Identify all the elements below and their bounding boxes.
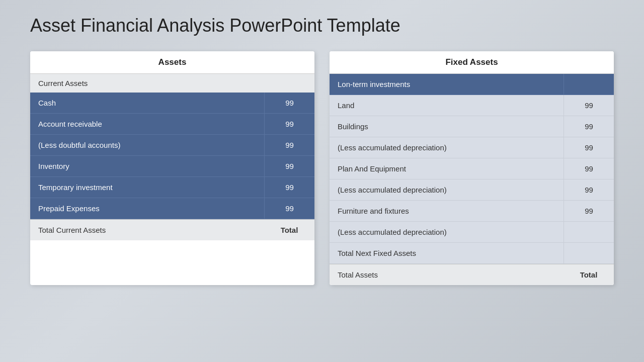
table-row: (Less doubtful accounts) 99 bbox=[30, 135, 314, 156]
tables-container: Assets Current Assets Cash 99 Account re… bbox=[0, 46, 644, 290]
row-label: Lon-term investments bbox=[330, 74, 564, 95]
total-row: Total Assets Total bbox=[330, 264, 614, 285]
table-row: (Less accumulated depreciation) 99 bbox=[330, 179, 614, 201]
total-value: Total bbox=[264, 220, 314, 240]
assets-table: Assets Current Assets Cash 99 Account re… bbox=[30, 51, 314, 285]
table-row: Account receivable 99 bbox=[30, 114, 314, 135]
row-value: 99 bbox=[264, 114, 314, 134]
assets-table-header: Assets bbox=[30, 51, 314, 74]
page-title: Asset Financial Analysis PowerPoint Temp… bbox=[0, 0, 644, 46]
row-value: 99 bbox=[264, 156, 314, 176]
row-value: 99 bbox=[564, 116, 614, 137]
table-row: Prepaid Expenses 99 bbox=[30, 198, 314, 219]
row-label: (Less accumulated depreciation) bbox=[330, 222, 564, 242]
row-value: 99 bbox=[564, 179, 614, 200]
table-row: Inventory 99 bbox=[30, 156, 314, 177]
table-row: (Less accumulated depreciation) 99 bbox=[330, 137, 614, 158]
row-value: 99 bbox=[264, 177, 314, 198]
total-label: Total Assets bbox=[330, 264, 564, 285]
table-row: Temporary investment 99 bbox=[30, 177, 314, 198]
row-label: Land bbox=[330, 95, 564, 116]
row-value: 99 bbox=[564, 95, 614, 116]
row-value: 99 bbox=[264, 135, 314, 155]
row-value: 99 bbox=[264, 198, 314, 219]
row-value bbox=[564, 243, 614, 263]
row-label: (Less accumulated depreciation) bbox=[330, 137, 564, 158]
row-value bbox=[564, 222, 614, 242]
row-value: 99 bbox=[564, 158, 614, 179]
current-assets-section-label: Current Assets bbox=[30, 74, 314, 93]
row-value: 99 bbox=[564, 201, 614, 221]
total-row: Total Current Assets Total bbox=[30, 219, 314, 240]
table-row: (Less accumulated depreciation) bbox=[330, 222, 614, 243]
table-row: Lon-term investments bbox=[330, 74, 614, 95]
row-label: Cash bbox=[30, 93, 264, 113]
row-label: Prepaid Expenses bbox=[30, 198, 264, 219]
row-label: Furniture and fixtures bbox=[330, 201, 564, 221]
table-row: Buildings 99 bbox=[330, 116, 614, 137]
table-row: Land 99 bbox=[330, 95, 614, 116]
row-label: Buildings bbox=[330, 116, 564, 137]
total-label: Total Current Assets bbox=[30, 220, 264, 240]
fixed-assets-table-header: Fixed Assets bbox=[330, 51, 614, 74]
row-label: Account receivable bbox=[30, 114, 264, 134]
row-label: Plan And Equipment bbox=[330, 158, 564, 179]
table-row: Total Next Fixed Assets bbox=[330, 243, 614, 264]
row-label: Temporary investment bbox=[30, 177, 264, 198]
row-value: 99 bbox=[564, 137, 614, 158]
table-row: Plan And Equipment 99 bbox=[330, 158, 614, 179]
row-label: (Less accumulated depreciation) bbox=[330, 179, 564, 200]
total-value: Total bbox=[564, 264, 614, 285]
row-value bbox=[564, 74, 614, 95]
row-label: (Less doubtful accounts) bbox=[30, 135, 264, 155]
fixed-assets-table: Fixed Assets Lon-term investments Land 9… bbox=[330, 51, 614, 285]
table-row: Cash 99 bbox=[30, 93, 314, 114]
row-label: Total Next Fixed Assets bbox=[330, 243, 564, 263]
table-row: Furniture and fixtures 99 bbox=[330, 201, 614, 222]
row-label: Inventory bbox=[30, 156, 264, 176]
row-value: 99 bbox=[264, 93, 314, 113]
